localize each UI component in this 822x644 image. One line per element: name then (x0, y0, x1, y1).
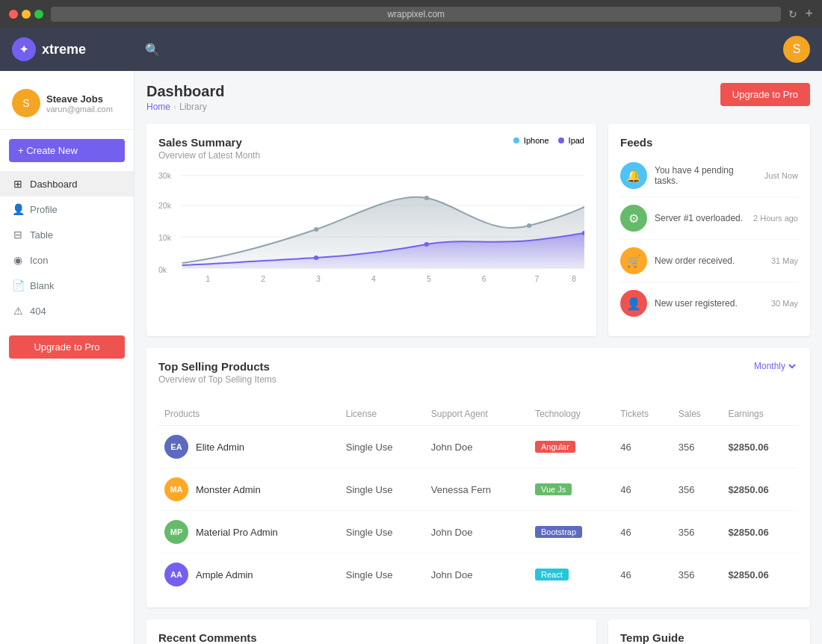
svg-text:4: 4 (371, 275, 376, 283)
svg-text:30k: 30k (158, 172, 172, 180)
svg-text:1: 1 (206, 275, 210, 283)
page-header-left: Dashboard Home › Library (146, 83, 224, 112)
product-avatar: MA (164, 477, 188, 501)
blank-icon: 📄 (12, 279, 24, 291)
product-sales: 356 (673, 468, 723, 511)
dot-yellow (22, 10, 31, 19)
tech-badge: Bootstrap (535, 526, 582, 538)
svg-text:6: 6 (482, 275, 486, 283)
col-agent: Support Agent (425, 403, 529, 426)
table-row: AA Ample Admin Single Use John Doe React… (158, 554, 798, 596)
product-tickets: 46 (614, 511, 672, 554)
product-agent: John Doe (425, 426, 529, 468)
ipad-dot (558, 137, 564, 143)
temp-title: Temp Guide (620, 631, 798, 644)
products-title: Top Selling Products (158, 360, 276, 373)
main-content: Dashboard Home › Library Upgrade to Pro … (135, 71, 822, 644)
col-license: License (340, 403, 425, 426)
sidebar-item-label: Table (30, 229, 53, 241)
brand-icon: ✦ (12, 37, 36, 61)
sidebar-item-404[interactable]: ⚠ 404 (0, 298, 134, 323)
breadcrumb-sep: › (173, 102, 176, 112)
monthly-filter[interactable]: Monthly Weekly Daily (751, 360, 798, 372)
svg-text:5: 5 (427, 275, 431, 283)
sidebar-item-icon[interactable]: ◉ Icon (0, 247, 134, 273)
product-name: Material Pro Admin (196, 527, 278, 538)
col-tech: Technology (529, 403, 614, 426)
search-icon[interactable]: 🔍 (145, 43, 160, 57)
sidebar-user: S Steave Jobs varun@gmail.com (0, 83, 134, 130)
sidebar-item-blank[interactable]: 📄 Blank (0, 273, 134, 298)
feed-item: 🛒 New order received. 31 May (620, 240, 798, 282)
sidebar-item-label: 404 (30, 306, 46, 317)
product-agent: John Doe (425, 511, 529, 554)
browser-chrome: wrappixel.com ↻ + (0, 0, 822, 28)
refresh-icon[interactable]: ↻ (788, 8, 797, 20)
avatar[interactable]: S (783, 36, 810, 63)
page-header: Dashboard Home › Library Upgrade to Pro (146, 83, 810, 112)
product-agent: Venessa Fern (425, 468, 529, 511)
legend-iphone: Iphone (513, 136, 549, 145)
product-license: Single Use (340, 426, 425, 468)
products-card: Top Selling Products Overview of Top Sel… (146, 348, 810, 607)
navbar-right: S (783, 36, 810, 63)
breadcrumb-home[interactable]: Home (146, 102, 170, 112)
product-license: Single Use (340, 554, 425, 596)
col-tickets: Tickets (614, 403, 672, 426)
brand: ✦ xtreme (12, 37, 139, 61)
feed-time: Just Now (764, 171, 798, 180)
sidebar-item-dashboard[interactable]: ⊞ Dashboard (0, 171, 134, 196)
page-title: Dashboard (146, 83, 224, 100)
breadcrumb-current: Library (179, 102, 207, 112)
svg-text:0k: 0k (158, 266, 167, 274)
temp-guide-card: Temp Guide (608, 619, 810, 644)
product-avatar: MP (164, 520, 188, 544)
sales-subtitle: Overview of Latest Month (158, 150, 260, 161)
table-row: MA Monster Admin Single Use Venessa Fern… (158, 468, 798, 511)
sales-chart: 30k 20k 10k 0k 1 2 3 (158, 170, 584, 289)
svg-text:8: 8 (572, 275, 576, 283)
svg-point-17 (424, 196, 429, 200)
new-tab-button[interactable]: + (805, 6, 813, 22)
sidebar-user-name: Steave Jobs (46, 93, 113, 105)
svg-text:2: 2 (261, 275, 265, 283)
feeds-card: Feeds 🔔 You have 4 pending tasks. Just N… (608, 124, 810, 336)
svg-point-18 (527, 223, 531, 228)
table-row: EA Elite Admin Single Use John Doe Angul… (158, 426, 798, 468)
upgrade-to-pro-button[interactable]: Upgrade to Pro (720, 83, 810, 106)
sidebar-upgrade-button[interactable]: Upgrade to Pro (9, 335, 125, 359)
col-sales: Sales (673, 403, 723, 426)
sidebar-nav: ⊞ Dashboard 👤 Profile ⊟ Table ◉ Icon 📄 (0, 171, 134, 323)
feed-text: New user registered. (655, 298, 764, 309)
icon-icon: ◉ (12, 254, 24, 266)
sidebar-item-table[interactable]: ⊟ Table (0, 222, 134, 247)
feed-bell-icon: 🔔 (620, 162, 647, 189)
products-table: Products License Support Agent Technolog… (158, 403, 798, 595)
product-sales: 356 (673, 511, 723, 554)
dot-red (9, 10, 18, 19)
sidebar-item-profile[interactable]: 👤 Profile (0, 196, 134, 222)
sidebar-item-label: Icon (30, 255, 49, 266)
create-new-button[interactable]: + Create New (9, 139, 125, 162)
svg-text:3: 3 (316, 275, 321, 283)
table-row: MP Material Pro Admin Single Use John Do… (158, 511, 798, 554)
feed-item: ⚙ Server #1 overloaded. 2 Hours ago (620, 197, 798, 240)
product-avatar: AA (164, 563, 188, 586)
product-name: Monster Admin (196, 484, 261, 495)
product-tickets: 46 (614, 426, 672, 468)
product-earnings: $2850.06 (722, 468, 798, 511)
svg-point-16 (314, 227, 318, 232)
browser-address[interactable]: wrappixel.com (51, 7, 781, 22)
dot-green (34, 10, 43, 19)
feed-item: 🔔 You have 4 pending tasks. Just Now (620, 155, 798, 197)
warning-icon: ⚠ (12, 305, 24, 317)
sidebar-user-info: Steave Jobs varun@gmail.com (46, 93, 113, 114)
product-tickets: 46 (614, 468, 672, 511)
browser-dots (9, 10, 43, 19)
sales-summary-card: Sales Summary Overview of Latest Month I… (146, 124, 596, 336)
dashboard-icon: ⊞ (12, 178, 24, 190)
top-row: Sales Summary Overview of Latest Month I… (146, 124, 810, 336)
feed-time: 2 Hours ago (753, 214, 798, 223)
feed-time: 30 May (771, 299, 798, 308)
sidebar: S Steave Jobs varun@gmail.com + Create N… (0, 71, 135, 644)
